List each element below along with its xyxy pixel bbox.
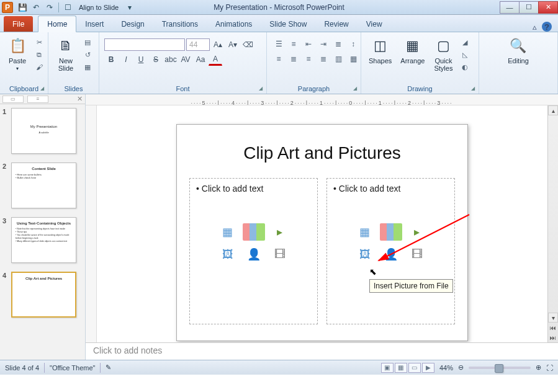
thumb-row-1[interactable]: 1 My Presentation A subtitle xyxy=(2,108,83,154)
vertical-scrollbar[interactable]: ▴ ▾ ⏮ ⏭ xyxy=(547,105,558,342)
slide-title[interactable]: Clip Art and Pictures xyxy=(189,143,455,163)
slide-thumbnail[interactable]: My Presentation A subtitle xyxy=(11,108,76,154)
dialog-launcher-icon[interactable]: ◢ xyxy=(40,86,44,91)
text-direction-icon[interactable]: ↕ xyxy=(346,38,360,50)
prev-slide-icon[interactable]: ⏮ xyxy=(548,323,558,332)
next-slide-icon[interactable]: ⏭ xyxy=(548,332,558,342)
zoom-slider[interactable] xyxy=(469,367,531,369)
checkbox-icon[interactable]: ☐ xyxy=(63,2,73,12)
align-left-icon[interactable]: ≡ xyxy=(272,53,286,65)
slideshow-view-icon[interactable]: ▶ xyxy=(422,363,434,373)
insert-smartart-icon[interactable]: ▸ xyxy=(406,223,428,241)
thumb-row-3[interactable]: 3 Using Text-Containing Objects • Note t… xyxy=(2,217,83,263)
insert-media-icon[interactable]: 🎞 xyxy=(406,246,428,263)
maximize-button[interactable]: ☐ xyxy=(519,1,539,14)
shape-fill-icon[interactable]: ◢ xyxy=(459,37,470,47)
zoom-out-icon[interactable]: ⊖ xyxy=(458,363,464,372)
close-panel-icon[interactable]: ✕ xyxy=(77,95,83,103)
zoom-in-icon[interactable]: ⊕ xyxy=(536,363,541,372)
insert-chart-icon[interactable] xyxy=(243,223,265,241)
line-spacing-icon[interactable]: ≣ xyxy=(331,38,345,50)
convert-smartart-icon[interactable]: ▦ xyxy=(346,53,360,65)
dialog-launcher-icon[interactable]: ◢ xyxy=(471,86,475,91)
change-case-icon[interactable]: Aa xyxy=(194,53,207,66)
decrease-indent-icon[interactable]: ⇤ xyxy=(302,38,315,50)
insert-clipart-icon[interactable]: 👤 xyxy=(243,246,265,263)
font-color-icon[interactable]: A xyxy=(209,53,222,66)
scroll-up-icon[interactable]: ▴ xyxy=(548,105,558,115)
fit-to-window-icon[interactable]: ⛶ xyxy=(546,364,553,372)
shapes-button[interactable]: ◫ Shapes xyxy=(366,35,394,66)
insert-picture-icon[interactable]: 🖼 xyxy=(354,246,376,263)
quick-styles-button[interactable]: ▢ Quick Styles xyxy=(431,35,456,73)
columns-icon[interactable]: ▥ xyxy=(331,53,345,65)
layout-icon[interactable]: ▤ xyxy=(82,37,93,47)
bullets-icon[interactable]: ☰ xyxy=(272,38,286,50)
align-right-icon[interactable]: ≡ xyxy=(302,53,315,65)
notes-pane[interactable]: Click to add notes xyxy=(86,342,558,360)
increase-font-icon[interactable]: A▴ xyxy=(211,38,225,51)
numbering-icon[interactable]: ≡ xyxy=(287,38,300,50)
spellcheck-icon[interactable]: ✎ xyxy=(106,363,111,372)
slide-thumbnail[interactable]: Content Slide • Here are some bullets • … xyxy=(11,163,76,208)
reading-view-icon[interactable]: ▭ xyxy=(408,363,421,373)
tab-animations[interactable]: Animations xyxy=(207,16,261,32)
slide-thumbnail[interactable]: Using Text-Containing Objects • Note tha… xyxy=(11,217,76,263)
zoom-percent[interactable]: 44% xyxy=(439,364,453,372)
clear-formatting-icon[interactable]: ⌫ xyxy=(241,38,254,51)
slide-canvas[interactable]: Clip Art and Pictures Click to add text … xyxy=(97,105,547,342)
close-button[interactable]: ✕ xyxy=(538,1,558,14)
redo-icon[interactable]: ↷ xyxy=(45,2,55,12)
tab-view[interactable]: View xyxy=(358,16,391,32)
normal-view-icon[interactable]: ▣ xyxy=(381,363,394,373)
format-painter-icon[interactable]: 🖌 xyxy=(34,62,45,72)
insert-chart-icon[interactable] xyxy=(380,223,402,241)
thumb-row-2[interactable]: 2 Content Slide • Here are some bullets … xyxy=(2,163,83,208)
content-placeholder-right[interactable]: Click to add text ▦ ▸ 🖼 👤 🎞 ⬉ Insert Pic… xyxy=(326,178,455,324)
scroll-down-icon[interactable]: ▾ xyxy=(548,313,558,323)
insert-smartart-icon[interactable]: ▸ xyxy=(269,223,291,241)
paste-button[interactable]: 📋 Paste ▾ xyxy=(5,35,30,73)
tab-design[interactable]: Design xyxy=(112,16,153,32)
underline-button[interactable]: U xyxy=(134,53,148,66)
font-size-selector[interactable]: 44 xyxy=(186,38,210,51)
align-center-icon[interactable]: ≣ xyxy=(287,53,300,65)
slides-tab-icon[interactable]: ▭ xyxy=(2,96,24,103)
editing-button[interactable]: 🔍 Editing xyxy=(505,35,531,66)
slide-thumbnail-selected[interactable]: Clip Art and Pictures xyxy=(11,272,76,318)
minimize-ribbon-icon[interactable]: ▵ xyxy=(533,22,537,32)
shadow-button[interactable]: abc xyxy=(164,53,178,66)
align-to-slide-label[interactable]: Align to Slide xyxy=(76,4,121,11)
shape-effects-icon[interactable]: ◐ xyxy=(459,62,470,72)
font-name-selector[interactable] xyxy=(104,38,185,51)
arrange-button[interactable]: ▦ Arrange xyxy=(398,35,427,66)
content-placeholder-left[interactable]: Click to add text ▦ ▸ 🖼 👤 🎞 xyxy=(189,178,318,324)
strikethrough-button[interactable]: S xyxy=(149,53,163,66)
dialog-launcher-icon[interactable]: ◢ xyxy=(353,86,357,91)
increase-indent-icon[interactable]: ⇥ xyxy=(317,38,330,50)
tab-home[interactable]: Home xyxy=(38,16,76,32)
dialog-launcher-icon[interactable]: ◢ xyxy=(259,86,263,91)
tab-slide-show[interactable]: Slide Show xyxy=(261,16,315,32)
new-slide-button[interactable]: 🗎 New Slide xyxy=(53,35,78,73)
tab-review[interactable]: Review xyxy=(315,16,357,32)
cut-icon[interactable]: ✂ xyxy=(34,37,45,47)
thumb-row-4[interactable]: 4 Clip Art and Pictures xyxy=(2,272,83,318)
copy-icon[interactable]: ⧉ xyxy=(34,50,45,60)
italic-button[interactable]: I xyxy=(119,53,133,66)
insert-table-icon[interactable]: ▦ xyxy=(217,223,239,241)
insert-clipart-icon[interactable]: 👤 xyxy=(380,246,402,263)
outline-tab-icon[interactable]: ≡ xyxy=(27,96,48,103)
tab-insert[interactable]: Insert xyxy=(76,16,112,32)
help-icon[interactable]: ? xyxy=(542,22,552,32)
tab-transitions[interactable]: Transitions xyxy=(153,16,207,32)
reset-icon[interactable]: ↺ xyxy=(82,50,93,60)
minimize-button[interactable]: — xyxy=(500,1,520,14)
bold-button[interactable]: B xyxy=(104,53,118,66)
qat-dropdown-icon[interactable]: ▾ xyxy=(125,2,135,12)
save-icon[interactable]: 💾 xyxy=(17,2,27,12)
insert-table-icon[interactable]: ▦ xyxy=(354,223,376,241)
char-spacing-icon[interactable]: AV xyxy=(179,53,192,66)
insert-picture-icon[interactable]: 🖼 xyxy=(217,246,239,263)
justify-icon[interactable]: ≣ xyxy=(317,53,330,65)
